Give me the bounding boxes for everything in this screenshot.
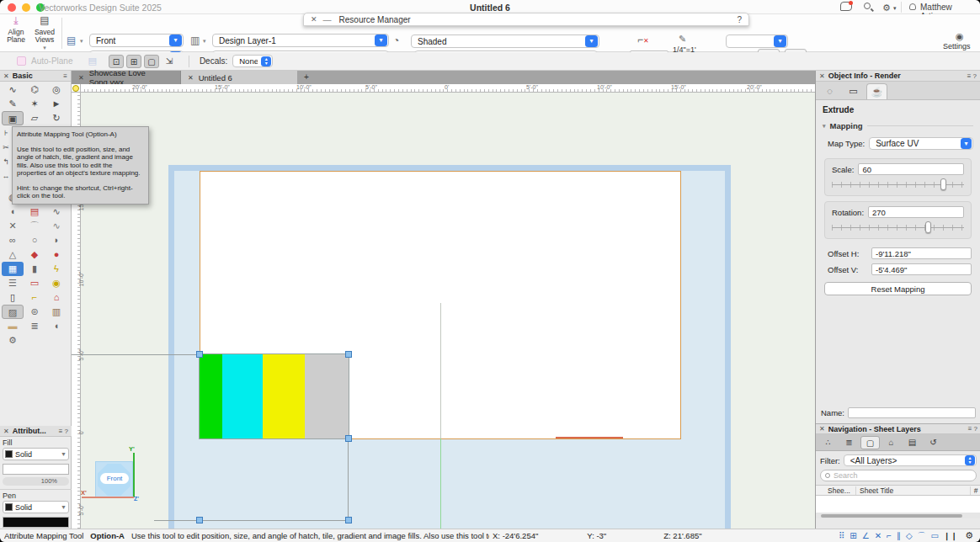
scale-slider[interactable] <box>832 178 964 190</box>
attributes-menu-icon[interactable]: ≡ ? <box>59 428 68 435</box>
snap-workplane-icon[interactable]: ▭ <box>931 531 939 540</box>
texture-mapped-rectangle[interactable] <box>200 354 349 438</box>
column-sheet-number[interactable]: Shee... <box>816 486 856 495</box>
pen-color-bar[interactable] <box>3 517 69 528</box>
reset-mapping-button[interactable]: Reset Mapping <box>824 282 972 295</box>
view-dropdown[interactable]: Front▾ <box>89 34 184 47</box>
basic-palette-header[interactable]: ✕ Basic ≡ <box>0 71 71 82</box>
align-plane-button[interactable]: ⤓ Align Plane <box>3 17 29 44</box>
reshape-tool-icon[interactable]: ▱ <box>24 111 45 125</box>
handle-top-right[interactable] <box>345 351 352 358</box>
navigation-hscrollbar-thumb[interactable] <box>821 514 962 518</box>
tab-data[interactable]: ▭ <box>843 83 864 99</box>
workplane-icon[interactable]: ▤ <box>67 35 76 46</box>
axes-icon[interactable]: ⌐✕ <box>637 34 649 45</box>
navigation-close-icon[interactable]: ✕ <box>819 425 825 433</box>
navigation-hscrollbar[interactable] <box>816 513 980 518</box>
polygon-tool-icon[interactable]: ⌬ <box>24 82 45 97</box>
basic-palette-menu-icon[interactable]: ≡ <box>63 72 67 80</box>
render-mode-dropdown[interactable]: Shaded▾ <box>411 35 599 48</box>
camera-tool-icon[interactable]: ⊚ <box>24 305 45 319</box>
truss-tool-icon[interactable]: ☰ <box>2 276 24 290</box>
snap-grid-icon[interactable]: ⠿ <box>839 531 844 540</box>
fill-style-dropdown[interactable]: Solid ▼ <box>3 448 69 460</box>
gear-object-tool-icon[interactable]: ⚙ <box>2 333 24 348</box>
settings-label[interactable]: Settings <box>943 42 971 50</box>
snap-intersection-icon[interactable]: ◇ <box>906 531 913 540</box>
column-sheet-title[interactable]: Sheet Title <box>856 486 971 495</box>
gear-icon[interactable]: ⚙ <box>882 3 891 13</box>
navigation-menu-icon[interactable]: ≡ ? <box>968 425 977 433</box>
horizontal-ruler[interactable]: 0'20'-0"15'-0"10'-0"5'-0"0'5'-0"10'-0"15… <box>72 84 815 93</box>
snap-edge-icon[interactable]: ⌐ <box>887 531 892 540</box>
handle-mapping-left[interactable] <box>196 517 203 523</box>
mapping-guide-bottom[interactable] <box>154 520 349 521</box>
snap-point-icon[interactable]: ✕ <box>875 531 881 540</box>
filter-dropdown[interactable]: <All Layers> ▴▾ <box>844 454 977 466</box>
view-options-dropdown[interactable]: ▾ <box>726 35 788 48</box>
scale-pen-icon[interactable]: ✎ <box>679 34 686 45</box>
references-icon[interactable]: ↺ <box>924 436 943 449</box>
mapping-section-header[interactable]: ▾ Mapping <box>823 121 973 130</box>
wand-tool-icon[interactable]: ✶ <box>24 97 45 111</box>
handle-mapping-right[interactable] <box>345 517 352 523</box>
mirror-tool-icon[interactable]: ↰ <box>0 155 12 169</box>
snap-tangent-icon[interactable]: ⌒ <box>918 530 926 542</box>
map-type-dropdown[interactable]: Surface UV ▾ <box>869 137 973 150</box>
resource-manager-minimize-icon[interactable]: — <box>323 15 332 24</box>
tab-close-icon[interactable]: ✕ <box>188 74 194 82</box>
tab-shape[interactable]: ◌ <box>819 83 840 99</box>
attributes-palette-header[interactable]: ✕ Attribut... ≡ ? <box>0 426 72 437</box>
proscenium-tool-icon[interactable]: ⌂ <box>45 290 67 305</box>
origin-marker-icon[interactable] <box>72 85 79 92</box>
saved-views-button[interactable]: ▤ Saved Views ▾ <box>31 17 58 51</box>
resource-manager-titlebar[interactable]: ✕ — Resource Manager ? <box>303 13 749 26</box>
sheet-list-header[interactable]: Shee... Sheet Title # <box>816 485 980 496</box>
offset-duplicate-mode-button[interactable]: ⊡ <box>109 55 124 68</box>
spiral-tool-icon[interactable]: ◎ <box>45 82 67 97</box>
document-tab-1[interactable]: ✕Untitled 6 <box>181 71 297 84</box>
design-layers-icon[interactable]: ≣ <box>839 436 859 449</box>
pen-style-dropdown[interactable]: Solid ▼ <box>3 501 69 513</box>
snap-object-icon[interactable]: ⊞ <box>850 531 856 540</box>
new-tab-button[interactable]: + <box>304 71 309 84</box>
sheet-list-empty[interactable] <box>816 496 980 513</box>
curtain-tool-icon[interactable]: ▤ <box>24 205 45 219</box>
navigation-header[interactable]: ✕ Navigation - Sheet Layers ≡ ? <box>816 423 980 434</box>
mapping-collapse-icon[interactable]: ▾ <box>823 123 826 130</box>
attributes-close-icon[interactable]: ✕ <box>3 428 9 435</box>
eyedropper-tool-icon[interactable]: ✎ <box>2 97 24 111</box>
offset-h-input[interactable]: -9'11.218" <box>871 247 972 259</box>
followspot-tool-icon[interactable]: ◉ <box>45 276 67 290</box>
resource-manager-help-icon[interactable]: ? <box>737 15 742 24</box>
chain-tool-icon[interactable]: ∞ <box>2 233 24 247</box>
tab-render[interactable]: ☕ <box>866 83 887 99</box>
stage-tool-icon[interactable]: ▭ <box>24 276 45 290</box>
deform-tool-icon[interactable]: ✕ <box>2 219 24 233</box>
pause-snapping-icon[interactable]: ❘❘ <box>944 532 958 540</box>
scale-input[interactable]: 60 <box>858 163 964 175</box>
search-icon[interactable] <box>864 3 871 9</box>
hexagon-red-tool-icon[interactable]: ◆ <box>24 247 45 262</box>
theater-tool-icon[interactable]: ▥ <box>45 305 67 319</box>
solid-red-tool-icon[interactable]: ● <box>45 247 67 262</box>
dimension-tool-icon[interactable]: ↔ <box>0 169 12 183</box>
split-tool-icon[interactable]: ⊦ <box>0 126 12 141</box>
projector-tool-icon[interactable]: ▮ <box>24 262 45 276</box>
freehand-tool-icon[interactable]: ∿ <box>2 82 24 97</box>
tab-close-icon[interactable]: ✕ <box>78 74 84 82</box>
marquee-mode-button[interactable]: ▢ <box>144 55 159 68</box>
classes-icon[interactable]: ∴ <box>818 436 838 449</box>
scale-slider-thumb[interactable] <box>940 178 946 190</box>
offset-v-input[interactable]: -5'4.469" <box>871 263 972 275</box>
fill-color-bar[interactable] <box>3 464 69 475</box>
object-info-header[interactable]: ✕ Object Info - Render ≡ ? <box>816 71 980 82</box>
drawing-canvas[interactable]: Front Y' X' Z' <box>72 93 815 529</box>
mirror-ball-tool-icon[interactable]: ▨ <box>2 305 24 319</box>
sheet-layers-icon[interactable]: ▢ <box>860 436 880 449</box>
door-tool-icon[interactable]: ▯ <box>2 290 24 305</box>
crank-tool-icon[interactable]: ⌐ <box>24 290 45 305</box>
object-info-menu-icon[interactable]: ≡ ? <box>967 72 977 80</box>
snap-distance-icon[interactable]: ∥ <box>897 531 901 540</box>
loft-tool-icon[interactable]: ∿ <box>45 219 67 233</box>
